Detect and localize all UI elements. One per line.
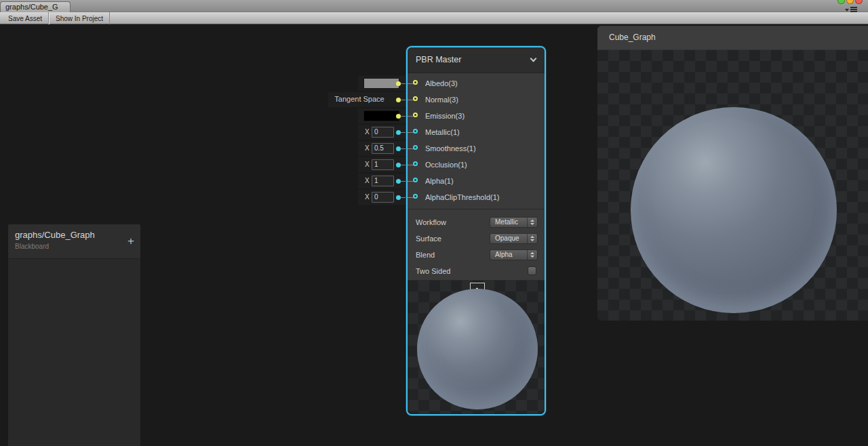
save-asset-button[interactable]: Save Asset <box>2 12 49 24</box>
port-input-normal[interactable]: Tangent Space <box>328 92 406 107</box>
port-input-metallic[interactable]: X0 <box>358 125 406 140</box>
port-label: Metallic(1) <box>425 125 460 140</box>
control-row-workflow: WorkflowMetallic <box>408 215 545 231</box>
pbr-master-node[interactable]: PBR Master Albedo(3)Normal(3)Emission(3)… <box>406 46 546 415</box>
master-node-controls: WorkflowMetallicSurfaceOpaqueBlendAlphaT… <box>408 209 545 280</box>
port-circle-icon[interactable] <box>413 129 418 134</box>
blackboard-subtitle: Blackboard <box>15 243 134 250</box>
vector-x-label: X <box>365 125 370 139</box>
node-preview-sphere <box>417 289 538 409</box>
vector-x-value-field[interactable]: 0 <box>372 192 394 203</box>
graph-canvas[interactable]: graphs/Cube_Graph Blackboard + Tangent S… <box>0 24 868 446</box>
vector-x-label: X <box>365 190 370 204</box>
blackboard-header[interactable]: graphs/Cube_Graph Blackboard + <box>8 224 140 259</box>
port-circle-icon[interactable] <box>413 194 418 199</box>
port-label: Occlusion(1) <box>425 157 467 173</box>
dropdown-value: Opaque <box>495 234 519 243</box>
port-input-alpha[interactable]: X1 <box>358 174 406 188</box>
node-title: PBR Master <box>416 47 461 73</box>
blend-dropdown[interactable]: Alpha <box>490 249 538 260</box>
dropdown-arrows-icon <box>527 218 537 227</box>
port-connector-dot <box>396 130 401 135</box>
dropdown-value: Metallic <box>495 218 518 227</box>
main-preview-panel[interactable]: Cube_Graph <box>597 26 868 321</box>
port-input-label: Tangent Space <box>328 92 391 106</box>
vector-x-value-field[interactable]: 1 <box>372 159 394 170</box>
port-circle-icon[interactable] <box>413 161 418 166</box>
control-row-blend: BlendAlpha <box>408 247 545 264</box>
port-smoothness-1[interactable]: Smoothness(1) <box>408 141 545 157</box>
pane-menu-icon[interactable] <box>845 7 857 12</box>
tab-label: graphs/Cube_G <box>5 3 58 11</box>
chevron-down-icon[interactable] <box>530 56 537 62</box>
workflow-dropdown[interactable]: Metallic <box>490 217 538 228</box>
window-button-green[interactable] <box>837 0 845 4</box>
vector-x-value-field[interactable]: 0.5 <box>372 143 394 154</box>
control-label: Surface <box>416 231 441 246</box>
port-metallic-1[interactable]: Metallic(1) <box>408 125 545 141</box>
port-label: Albedo(3) <box>425 76 458 92</box>
tab-bar: graphs/Cube_G <box>0 0 868 12</box>
port-emission-3[interactable]: Emission(3) <box>408 108 545 125</box>
dropdown-triangle-icon <box>845 9 849 12</box>
port-circle-icon[interactable] <box>413 145 418 150</box>
vector-x-value-field[interactable]: 0 <box>372 127 394 138</box>
port-label: Smoothness(1) <box>425 141 476 157</box>
port-alphaclipthreshold-1[interactable]: AlphaClipThreshold(1) <box>408 190 545 206</box>
port-connector-dot <box>396 163 401 167</box>
port-input-alphaclipthreshold[interactable]: X0 <box>358 190 406 205</box>
show-in-project-button[interactable]: Show In Project <box>49 12 110 24</box>
port-input-emission[interactable] <box>358 108 406 123</box>
main-preview-title: Cube_Graph <box>609 26 656 49</box>
port-connector-dot <box>396 81 401 86</box>
blackboard-title: graphs/Cube_Graph <box>15 230 134 240</box>
main-preview-header[interactable]: Cube_Graph <box>597 26 868 50</box>
add-property-button[interactable]: + <box>127 235 134 247</box>
vector-x-label: X <box>365 141 370 155</box>
control-row-surface: SurfaceOpaque <box>408 231 545 247</box>
port-circle-icon[interactable] <box>413 113 418 117</box>
node-preview-area <box>408 280 545 415</box>
main-preview-body[interactable] <box>597 50 868 321</box>
port-occlusion-1[interactable]: Occlusion(1) <box>408 157 545 174</box>
control-label: Two Sided <box>416 264 450 279</box>
port-circle-icon[interactable] <box>413 178 418 182</box>
port-circle-icon[interactable] <box>413 80 418 85</box>
port-albedo-3[interactable]: Albedo(3) <box>408 76 545 92</box>
port-label: AlphaClipThreshold(1) <box>425 190 499 205</box>
control-label: Workflow <box>416 215 446 230</box>
port-connector-dot <box>396 114 401 119</box>
main-preview-sphere <box>631 107 837 313</box>
port-label: Emission(3) <box>425 108 465 124</box>
node-header[interactable]: PBR Master <box>408 47 545 73</box>
dropdown-arrows-icon <box>527 250 537 260</box>
window-button-yellow[interactable] <box>846 0 854 4</box>
vector-x-label: X <box>365 174 370 188</box>
hamburger-icon <box>850 7 857 12</box>
control-row-two-sided: Two Sided <box>408 264 545 280</box>
tab-graphs-cube-g[interactable]: graphs/Cube_G <box>0 1 71 12</box>
window-button-red[interactable] <box>855 0 863 4</box>
port-circle-icon[interactable] <box>413 96 418 101</box>
port-label: Normal(3) <box>425 92 458 108</box>
port-connector-dot <box>396 146 401 151</box>
vector-x-value-field[interactable]: 1 <box>372 176 394 186</box>
control-label: Blend <box>416 247 435 262</box>
port-connector-dot <box>396 195 401 200</box>
port-input-albedo[interactable] <box>358 76 406 91</box>
port-connector-dot <box>396 98 401 102</box>
vector-x-label: X <box>365 157 370 171</box>
dropdown-value: Alpha <box>495 250 513 260</box>
port-input-occlusion[interactable]: X1 <box>358 157 406 172</box>
color-swatch[interactable] <box>363 78 399 89</box>
port-normal-3[interactable]: Normal(3) <box>408 92 545 108</box>
dropdown-arrows-icon <box>527 234 537 243</box>
blackboard-panel[interactable]: graphs/Cube_Graph Blackboard + <box>7 224 141 446</box>
port-connector-dot <box>396 179 401 184</box>
port-alpha-1[interactable]: Alpha(1) <box>408 174 545 190</box>
color-swatch[interactable] <box>363 110 399 121</box>
toolbar: Save Asset Show In Project <box>0 12 868 24</box>
surface-dropdown[interactable]: Opaque <box>490 233 538 244</box>
port-input-smoothness[interactable]: X0.5 <box>358 141 406 156</box>
two-sided-checkbox[interactable] <box>528 266 536 275</box>
